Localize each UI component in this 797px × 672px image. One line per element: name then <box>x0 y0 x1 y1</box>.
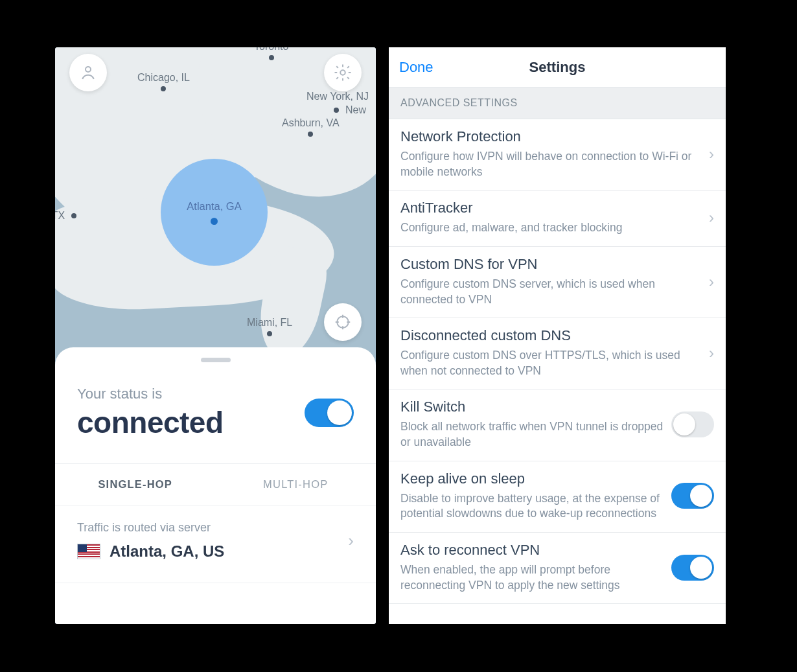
route-server-row[interactable]: Traffic is routed via server Atlanta, GA… <box>55 505 376 583</box>
settings-item-subtitle: Disable to improve battery usage, at the… <box>400 491 665 522</box>
chevron-right-icon: › <box>348 531 354 551</box>
map-city-ashburn: Ashburn, VA <box>282 117 340 137</box>
settings-item-subtitle: Configure custom DNS over HTTPS/TLS, whi… <box>400 348 702 378</box>
sheet-grabber[interactable] <box>201 358 231 362</box>
settings-title: Settings <box>389 59 726 76</box>
gear-icon <box>333 63 352 82</box>
hop-tabs: SINGLE-HOP MULTI-HOP <box>55 463 376 505</box>
map-city-chicago: Chicago, IL <box>137 72 190 91</box>
svg-point-2 <box>337 316 349 328</box>
settings-item-2[interactable]: Custom DNS for VPNConfigure custom DNS s… <box>389 247 726 318</box>
settings-item-4[interactable]: Kill SwitchBlock all network traffic whe… <box>389 389 726 461</box>
status-state: connected <box>77 405 224 440</box>
account-button[interactable] <box>69 54 107 91</box>
status-prefix: Your status is <box>77 386 224 402</box>
settings-item-title: AntiTracker <box>400 200 702 216</box>
settings-list: Network ProtectionConfigure how IVPN wil… <box>389 119 726 604</box>
flag-us-icon <box>77 544 100 559</box>
svg-point-0 <box>86 67 91 72</box>
chevron-right-icon: › <box>709 273 714 291</box>
chevron-right-icon: › <box>709 209 714 227</box>
crosshair-icon <box>333 312 352 332</box>
map-city-new: New <box>334 104 366 116</box>
tab-single-hop[interactable]: SINGLE-HOP <box>55 464 216 505</box>
map-server-label: Atlanta, GA <box>187 200 241 213</box>
settings-screen: Done Settings ADVANCED SETTINGS Network … <box>389 47 726 624</box>
done-button[interactable]: Done <box>399 59 433 76</box>
tab-multi-hop[interactable]: MULTI-HOP <box>216 464 376 505</box>
settings-item-0[interactable]: Network ProtectionConfigure how IVPN wil… <box>389 119 726 191</box>
settings-navbar: Done Settings <box>389 47 726 87</box>
settings-item-subtitle: Configure ad, malware, and tracker block… <box>400 220 702 236</box>
chevron-right-icon: › <box>709 344 714 362</box>
route-location: Atlanta, GA, US <box>110 542 224 561</box>
locate-button[interactable] <box>324 303 362 341</box>
main-screen: Atlanta, GA Toronto Chicago, IL New York… <box>55 47 376 624</box>
settings-item-subtitle: Block all network traffic when VPN tunne… <box>400 419 665 450</box>
chevron-right-icon: › <box>709 145 714 163</box>
map-city-newyork-nj: New York, NJ <box>306 91 369 102</box>
route-caption: Traffic is routed via server <box>77 521 224 535</box>
map-city-s-tx: s, TX <box>55 210 80 222</box>
map-city-miami: Miami, FL <box>247 317 292 336</box>
status-sheet: Your status is connected SINGLE-HOP MULT… <box>55 347 376 624</box>
settings-item-subtitle: When enabled, the app will prompt before… <box>400 562 665 593</box>
settings-toggle-4[interactable] <box>671 411 714 437</box>
settings-item-subtitle: Configure custom DNS server, which is us… <box>400 277 702 307</box>
settings-toggle-6[interactable] <box>671 555 714 581</box>
settings-item-title: Kill Switch <box>400 399 665 415</box>
settings-item-5[interactable]: Keep alive on sleepDisable to improve ba… <box>389 461 726 533</box>
settings-item-title: Network Protection <box>400 128 702 145</box>
settings-item-title: Disconnected custom DNS <box>400 327 702 344</box>
settings-item-subtitle: Configure how IVPN will behave on connec… <box>400 149 702 180</box>
svg-point-1 <box>340 70 345 75</box>
settings-item-3[interactable]: Disconnected custom DNSConfigure custom … <box>389 318 726 389</box>
settings-item-title: Custom DNS for VPN <box>400 256 702 273</box>
settings-item-title: Keep alive on sleep <box>400 470 665 487</box>
person-icon <box>78 63 98 82</box>
settings-item-6[interactable]: Ask to reconnect VPNWhen enabled, the ap… <box>389 533 726 604</box>
server-dot-icon <box>211 218 218 225</box>
settings-item-1[interactable]: AntiTrackerConfigure ad, malware, and tr… <box>389 191 726 247</box>
map-current-server[interactable]: Atlanta, GA <box>161 159 268 266</box>
settings-section-advanced: ADVANCED SETTINGS <box>389 87 726 119</box>
vpn-connection-toggle[interactable] <box>305 399 354 427</box>
settings-toggle-5[interactable] <box>671 483 714 509</box>
settings-item-title: Ask to reconnect VPN <box>400 542 665 559</box>
settings-button[interactable] <box>324 54 362 91</box>
map-city-toronto: Toronto <box>254 47 288 60</box>
